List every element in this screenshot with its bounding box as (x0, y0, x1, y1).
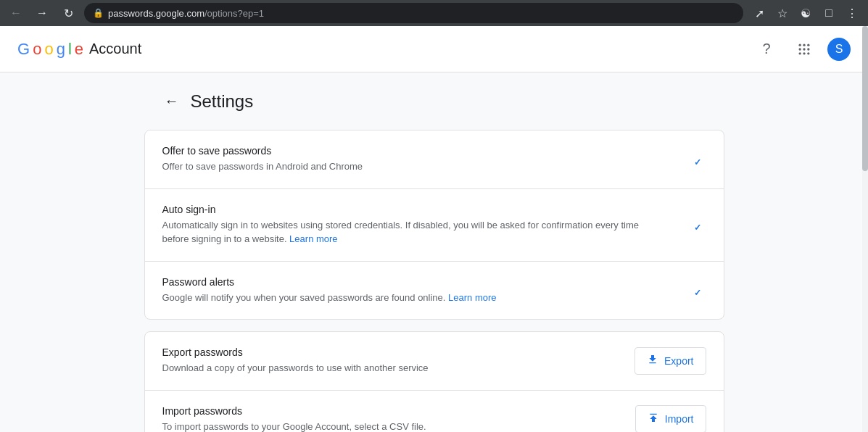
import-passwords-content: Import passwords To import passwords to … (162, 405, 618, 433)
auto-sign-in-desc: Automatically sign in to websites using … (162, 218, 656, 246)
offer-to-save-title: Offer to save passwords (162, 145, 656, 157)
settings-card-export-import: Export passwords Download a copy of your… (144, 331, 724, 432)
help-button[interactable]: ? (752, 35, 781, 64)
forward-nav-button[interactable]: → (32, 3, 52, 23)
url-suffix: /options?ep=1 (204, 8, 264, 19)
google-logo: Google Account (17, 40, 141, 59)
auto-sign-in-row: Auto sign-in Automatically sign in to we… (145, 189, 724, 262)
logo-g: G (17, 40, 30, 59)
export-passwords-title: Export passwords (162, 346, 618, 358)
import-icon (648, 412, 659, 426)
svg-point-7 (803, 52, 805, 54)
svg-point-0 (799, 43, 801, 46)
import-passwords-desc: To import passwords to your Google Accou… (162, 420, 618, 433)
logo-g2: g (57, 40, 65, 59)
browser-actions: ➚ ☆ ☯ □ ⋮ (749, 3, 862, 23)
url-text: passwords.google.com/options?ep=1 (108, 8, 264, 19)
reload-button[interactable]: ↻ (58, 3, 78, 23)
settings-card-toggles: Offer to save passwords Offer to save pa… (144, 130, 724, 320)
address-bar[interactable]: 🔒 passwords.google.com/options?ep=1 (84, 3, 743, 23)
logo-l: l (68, 40, 72, 59)
url-highlight: passwords.google.com (108, 8, 204, 19)
auto-sign-in-learn-more-link[interactable]: Learn more (289, 233, 337, 244)
menu-button[interactable]: ⋮ (842, 3, 862, 23)
svg-point-6 (799, 52, 801, 54)
tab-button[interactable]: □ (819, 3, 839, 23)
svg-point-8 (807, 52, 809, 54)
lock-icon: 🔒 (93, 8, 104, 18)
logo-account-text: Account (89, 41, 141, 57)
password-alerts-learn-more-link[interactable]: Learn more (448, 292, 496, 303)
apps-button[interactable] (790, 35, 819, 64)
export-button[interactable]: Export (635, 347, 706, 375)
svg-point-5 (807, 48, 809, 50)
page-title: Settings (191, 91, 254, 112)
share-button[interactable]: ➚ (749, 3, 769, 23)
scroll-thumb[interactable] (862, 26, 868, 171)
password-alerts-row: Password alerts Google will notify you w… (145, 262, 724, 320)
toggle-thumb (690, 286, 705, 300)
svg-point-2 (807, 43, 809, 46)
page-content: ← Settings Offer to save passwords Offer… (0, 72, 868, 432)
export-passwords-content: Export passwords Download a copy of your… (162, 346, 618, 375)
svg-point-1 (803, 43, 805, 46)
export-button-label: Export (664, 355, 693, 367)
logo-o2: o (44, 40, 53, 59)
offer-to-save-content: Offer to save passwords Offer to save pa… (162, 145, 656, 174)
back-nav-button[interactable]: ← (6, 3, 26, 23)
scrollbar[interactable] (862, 26, 868, 432)
toggle-thumb (690, 155, 705, 170)
logo-o1: o (33, 40, 41, 59)
import-passwords-row: Import passwords To import passwords to … (145, 391, 724, 433)
import-button-label: Import (665, 413, 694, 425)
avatar-button[interactable]: S (827, 38, 851, 61)
import-passwords-action: Import (635, 405, 706, 432)
import-button[interactable]: Import (635, 405, 706, 432)
toggle-thumb (690, 220, 705, 235)
auto-sign-in-content: Auto sign-in Automatically sign in to we… (162, 204, 656, 246)
export-passwords-desc: Download a copy of your passwords to use… (162, 361, 618, 375)
offer-to-save-row: Offer to save passwords Offer to save pa… (145, 130, 724, 189)
extensions-button[interactable]: ☯ (795, 3, 816, 23)
settings-back-button[interactable]: ← (162, 90, 182, 112)
password-alerts-content: Password alerts Google will notify you w… (162, 276, 656, 305)
svg-point-3 (799, 48, 801, 50)
password-alerts-title: Password alerts (162, 276, 656, 288)
export-passwords-action: Export (635, 347, 706, 375)
svg-point-4 (803, 48, 805, 50)
bookmark-button[interactable]: ☆ (772, 3, 793, 23)
auto-sign-in-title: Auto sign-in (162, 204, 656, 215)
export-icon (647, 354, 658, 368)
export-passwords-row: Export passwords Download a copy of your… (145, 332, 724, 391)
offer-to-save-desc: Offer to save passwords in Android and C… (162, 159, 656, 174)
browser-chrome: ← → ↻ 🔒 passwords.google.com/options?ep=… (0, 0, 868, 26)
google-header: Google Account ? S (0, 26, 868, 72)
header-actions: ? S (752, 35, 851, 64)
settings-header: ← Settings (144, 90, 724, 130)
logo-e: e (75, 40, 83, 59)
password-alerts-desc: Google will notify you when your saved p… (162, 291, 656, 305)
import-passwords-title: Import passwords (162, 405, 618, 417)
